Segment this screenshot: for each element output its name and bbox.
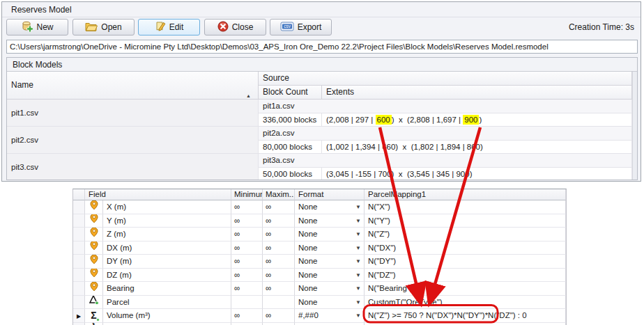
- location-pin-icon: [90, 269, 98, 283]
- column-header-extents[interactable]: Extents: [322, 86, 632, 100]
- close-button-label: Close: [232, 22, 254, 32]
- window-title: Reserves Model: [11, 5, 72, 15]
- source-file-cell-pit2[interactable]: pit2a.csv: [259, 127, 632, 141]
- export-button[interactable]: csv Export: [270, 19, 332, 35]
- field-row-volume[interactable]: ▶ Σ Volume (m³) ∞ ∞ #,##0▼ N("Z") >= 750…: [73, 309, 566, 323]
- column-header-name[interactable]: Name ▲: [7, 72, 259, 100]
- field-grid-header: Field Minimum Maxim... Format ParcelMapp…: [73, 189, 566, 200]
- location-pin-icon: [90, 241, 98, 255]
- block-count-cell-pit2[interactable]: 80,000 blocks: [259, 141, 322, 154]
- sort-ascending-icon: ▲: [246, 82, 251, 100]
- format-dropdown[interactable]: None▼: [295, 255, 365, 269]
- block-count-cell-pit1[interactable]: 336,000 blocks: [259, 113, 322, 127]
- extents-cell-pit3[interactable]: (3,045 | -155 | 700) x (3,545 | 345 | 90…: [322, 168, 632, 180]
- source-file-cell-pit3[interactable]: pit3a.csv: [259, 154, 632, 168]
- chevron-down-icon[interactable]: ▼: [355, 200, 361, 214]
- chevron-down-icon[interactable]: ▼: [355, 255, 361, 268]
- field-row-dz[interactable]: DZ (m) ∞ ∞ None▼ N("DZ"): [73, 269, 566, 283]
- block-models-panel-title: Block Models: [13, 60, 62, 70]
- format-dropdown[interactable]: None▼: [295, 214, 365, 228]
- highlight-z-min: 600: [376, 115, 392, 125]
- sigma-icon: Σ: [91, 323, 96, 325]
- format-dropdown[interactable]: #,##0▼: [295, 309, 365, 323]
- format-dropdown[interactable]: None▼: [295, 228, 365, 241]
- column-header-field[interactable]: Field: [85, 189, 231, 200]
- row-indicator-icon: ▶: [77, 313, 81, 319]
- table-row-name-pit1[interactable]: pit1.csv: [7, 100, 259, 127]
- field-row-clipped: Σ: [73, 323, 566, 325]
- location-pin-icon: [90, 200, 98, 214]
- column-header-block-count[interactable]: Block Count: [259, 86, 322, 100]
- model-file-path-field[interactable]: C:\Users\jarmstrong\OneDrive - Micromine…: [6, 40, 638, 54]
- source-file-cell-pit1[interactable]: pit1a.csv: [259, 100, 632, 113]
- parcel-delta-icon: [89, 296, 99, 310]
- vertical-scrollbar[interactable]: [632, 72, 637, 180]
- edit-icon: [155, 21, 166, 34]
- location-pin-icon: [90, 282, 98, 296]
- field-row-y[interactable]: Y (m) ∞ ∞ None▼ N("Y"): [73, 214, 566, 228]
- title-separator: [2, 17, 641, 17]
- block-models-panel: Block Models Name ▲ Source Block Count E…: [6, 57, 638, 180]
- field-row-x[interactable]: X (m) ∞ ∞ None▼ N("X"): [73, 200, 566, 214]
- edit-button-label: Edit: [169, 22, 184, 32]
- edit-button[interactable]: Edit: [138, 19, 200, 35]
- chevron-down-icon[interactable]: ▼: [355, 296, 361, 309]
- chevron-down-icon[interactable]: ▼: [355, 269, 361, 282]
- open-folder-icon: [85, 22, 98, 33]
- export-csv-icon: csv: [280, 22, 294, 33]
- chevron-down-icon[interactable]: ▼: [355, 309, 361, 322]
- format-dropdown[interactable]: None▼: [295, 200, 365, 214]
- open-button-label: Open: [101, 22, 121, 32]
- creation-time-label: Creation Time: 3s: [569, 22, 634, 32]
- format-dropdown[interactable]: None▼: [295, 296, 365, 310]
- new-button-label: New: [36, 22, 53, 32]
- sigma-icon: Σ: [91, 310, 96, 320]
- field-row-parcel[interactable]: Parcel None▼ CustomT("OreType"): [73, 296, 566, 310]
- format-dropdown[interactable]: None▼: [295, 241, 365, 255]
- field-mapping-grid: Field Minimum Maxim... Format ParcelMapp…: [72, 189, 567, 325]
- column-header-parcelmapping1[interactable]: ParcelMapping1: [365, 189, 566, 200]
- chevron-down-icon[interactable]: ▼: [355, 282, 361, 295]
- table-row-name-pit3[interactable]: pit3.csv: [7, 154, 259, 180]
- block-count-cell-pit3[interactable]: 50,000 blocks: [259, 168, 322, 180]
- field-row-bearing[interactable]: Bearing ∞ ∞ None▼ N("Bearing"): [73, 282, 566, 296]
- location-pin-icon: [90, 214, 98, 228]
- column-header-maximum[interactable]: Maxim...: [263, 189, 295, 200]
- extents-cell-pit1[interactable]: (2,008 | 297 | 600) x (2,808 | 1,697 | 9…: [322, 113, 632, 127]
- chevron-down-icon[interactable]: ▼: [355, 214, 361, 228]
- location-pin-icon: [90, 228, 98, 241]
- field-row-z[interactable]: Z (m) ∞ ∞ None▼ N("Z"): [73, 228, 566, 241]
- location-pin-icon: [90, 255, 98, 269]
- column-header-minimum[interactable]: Minimum: [231, 189, 263, 200]
- reserves-model-window: Reserves Model New Open Edit Close csv E…: [1, 1, 641, 182]
- column-header-source[interactable]: Source: [259, 72, 632, 86]
- format-dropdown[interactable]: None▼: [295, 282, 365, 296]
- svg-text:csv: csv: [284, 24, 291, 29]
- open-button[interactable]: Open: [72, 19, 135, 35]
- new-icon: [21, 21, 33, 34]
- volume-formula-cell[interactable]: N("Z") >= 750 ? N("DX")*N("DY")*N("DZ") …: [365, 309, 566, 323]
- block-models-grid: Name ▲ Source Block Count Extents pit1.c…: [7, 71, 637, 180]
- field-row-dx[interactable]: DX (m) ∞ ∞ None▼ N("DX"): [73, 241, 566, 255]
- export-button-label: Export: [298, 22, 322, 32]
- new-button[interactable]: New: [6, 19, 68, 35]
- format-dropdown[interactable]: None▼: [295, 269, 365, 283]
- close-icon: [217, 21, 229, 34]
- table-row-name-pit2[interactable]: pit2.csv: [7, 127, 259, 154]
- row-indicator-header: [73, 189, 85, 200]
- highlight-z-max: 900: [463, 115, 479, 125]
- extents-cell-pit2[interactable]: (1,002 | 1,394 | 660) x (1,802 | 1,894 |…: [322, 141, 632, 154]
- chevron-down-icon[interactable]: ▼: [355, 228, 361, 241]
- field-row-dy[interactable]: DY (m) ∞ ∞ None▼ N("DY"): [73, 255, 566, 269]
- close-button[interactable]: Close: [204, 19, 266, 35]
- chevron-down-icon[interactable]: ▼: [355, 241, 361, 255]
- column-header-format[interactable]: Format: [295, 189, 365, 200]
